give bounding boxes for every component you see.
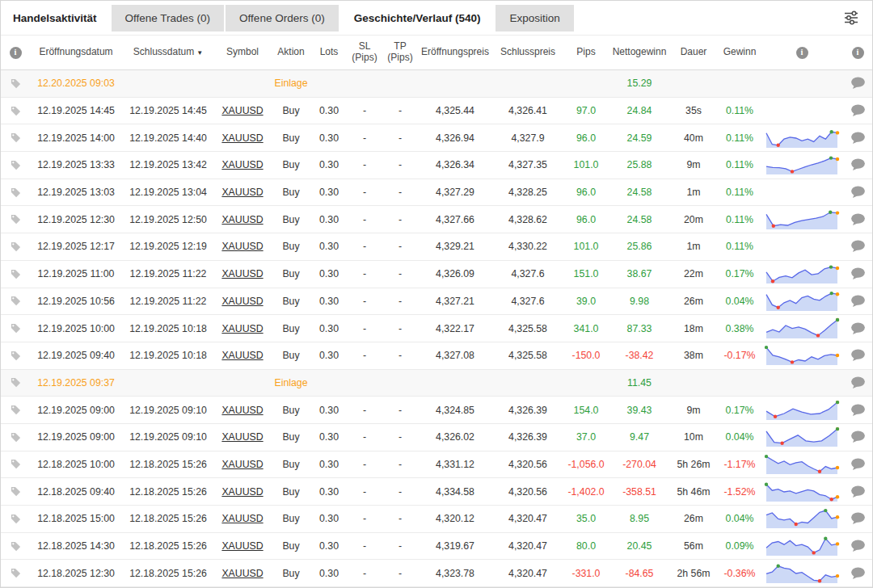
symbol-link[interactable]: XAUUSD <box>221 568 263 579</box>
trade-sparkline[interactable] <box>764 481 840 503</box>
action: Buy <box>271 214 311 225</box>
symbol-link[interactable]: XAUUSD <box>221 132 263 144</box>
comment-icon[interactable] <box>850 132 866 145</box>
trade-sparkline[interactable] <box>764 127 840 149</box>
comment-icon[interactable] <box>850 404 866 417</box>
trade-sparkline[interactable] <box>764 290 840 313</box>
symbol-link[interactable]: XAUUSD <box>221 431 263 443</box>
trade-sparkline[interactable] <box>764 317 840 340</box>
symbol-link[interactable]: XAUUSD <box>221 296 263 307</box>
trade-sparkline[interactable] <box>764 153 840 176</box>
comment-cell <box>841 240 873 253</box>
symbol-link[interactable]: XAUUSD <box>221 214 263 225</box>
symbol-link[interactable]: XAUUSD <box>221 486 263 498</box>
tag-icon[interactable] <box>10 540 22 552</box>
tag-icon[interactable] <box>10 213 22 225</box>
trade-sparkline[interactable] <box>764 535 840 557</box>
tag-icon[interactable] <box>10 78 22 90</box>
tab-offene-orders-0[interactable]: Offene Orders (0) <box>226 5 339 32</box>
tab-offene-trades-0[interactable]: Offene Trades (0) <box>112 5 225 32</box>
tag-icon[interactable] <box>10 458 22 470</box>
tag-icon[interactable] <box>10 241 22 253</box>
comment-icon[interactable] <box>850 240 866 253</box>
open-date: 12.19.2025 11:00 <box>30 268 122 279</box>
column-header-schlussdatum[interactable]: Schlussdatum▼ <box>122 47 214 58</box>
comment-icon[interactable] <box>850 567 866 580</box>
trade-sparkline[interactable] <box>764 262 840 285</box>
column-header-sl[interactable]: SL(Pips) <box>347 41 382 64</box>
comment-icon[interactable] <box>850 295 866 308</box>
tag-icon[interactable] <box>10 159 22 171</box>
trade-sparkline[interactable] <box>764 399 840 422</box>
symbol-link[interactable]: XAUUSD <box>221 323 263 334</box>
comment-icon[interactable] <box>850 322 866 335</box>
pips: -150.0 <box>563 350 609 361</box>
trade-row: 12.19.2025 09:4012.19.2025 10:18XAUUSDBu… <box>1 342 872 370</box>
tab-exposition[interactable]: Exposition <box>496 5 573 32</box>
column-header-er-ffnungsdatum[interactable]: Eröffnungsdatum <box>30 47 122 58</box>
close-date: 12.19.2025 10:18 <box>122 323 214 334</box>
symbol-link[interactable]: XAUUSD <box>221 405 263 416</box>
info-icon[interactable]: i <box>10 47 22 59</box>
tag-icon[interactable] <box>10 268 22 280</box>
filter-settings-button[interactable] <box>841 7 862 28</box>
tag-icon[interactable] <box>10 132 22 144</box>
tag-icon[interactable] <box>10 376 22 388</box>
column-header-dauer[interactable]: Dauer <box>670 47 717 58</box>
trade-sparkline[interactable] <box>764 208 840 231</box>
comment-icon[interactable] <box>850 485 866 498</box>
info-icon[interactable]: i <box>796 47 808 59</box>
symbol-link[interactable]: XAUUSD <box>221 159 263 170</box>
tag-icon[interactable] <box>10 322 22 334</box>
tag-icon[interactable] <box>10 187 22 199</box>
tag-icon[interactable] <box>10 404 22 416</box>
symbol-link[interactable]: XAUUSD <box>221 540 263 552</box>
info-icon[interactable]: i <box>852 47 864 59</box>
column-header-symbol[interactable]: Symbol <box>214 47 271 58</box>
symbol-link[interactable]: XAUUSD <box>221 459 263 470</box>
panel-title-handelsaktivitaet[interactable]: Handelsaktivität <box>1 12 112 24</box>
column-header-lots[interactable]: Lots <box>311 47 347 58</box>
symbol-link[interactable]: XAUUSD <box>221 513 263 524</box>
comment-icon[interactable] <box>850 158 866 171</box>
tag-icon[interactable] <box>10 567 22 579</box>
comment-icon[interactable] <box>850 430 866 443</box>
comment-icon[interactable] <box>850 213 866 226</box>
comment-icon[interactable] <box>850 267 866 280</box>
tag-icon[interactable] <box>10 431 22 443</box>
duration: 26m <box>670 513 717 524</box>
column-header-gewinn[interactable]: Gewinn <box>717 47 762 58</box>
comment-icon[interactable] <box>850 186 866 199</box>
tag-icon[interactable] <box>10 105 22 117</box>
comment-icon[interactable] <box>850 458 866 471</box>
column-header-er-ffnungspreis[interactable]: Eröffnungspreis <box>418 47 492 58</box>
comment-icon[interactable] <box>850 77 866 90</box>
column-header-pips[interactable]: Pips <box>563 47 609 58</box>
column-header-tp[interactable]: TP(Pips) <box>382 41 418 64</box>
trade-sparkline[interactable] <box>764 453 840 476</box>
gain-percent: 0.11% <box>717 159 762 170</box>
symbol-link[interactable]: XAUUSD <box>221 105 263 116</box>
symbol-link[interactable]: XAUUSD <box>221 350 263 361</box>
trade-sparkline[interactable] <box>764 507 840 530</box>
tab-geschichte-verlauf-540[interactable]: Geschichte/Verlauf (540) <box>340 5 495 32</box>
comment-icon[interactable] <box>850 376 866 389</box>
symbol-link[interactable]: XAUUSD <box>221 241 263 252</box>
trade-sparkline[interactable] <box>764 562 840 585</box>
comment-icon[interactable] <box>850 104 866 117</box>
comment-icon[interactable] <box>850 540 866 552</box>
comment-icon[interactable] <box>850 512 866 525</box>
comment-icon[interactable] <box>850 349 866 362</box>
symbol-link[interactable]: XAUUSD <box>221 187 263 198</box>
tag-icon[interactable] <box>10 485 22 498</box>
tag-icon[interactable] <box>10 513 22 525</box>
pips: 35.0 <box>563 513 609 524</box>
trade-sparkline[interactable] <box>764 426 840 448</box>
tag-icon[interactable] <box>10 295 22 307</box>
symbol-link[interactable]: XAUUSD <box>221 268 263 279</box>
column-header-schlusspreis[interactable]: Schlusspreis <box>492 47 563 58</box>
tag-icon[interactable] <box>10 350 22 362</box>
column-header-aktion[interactable]: Aktion <box>271 47 311 58</box>
trade-sparkline[interactable] <box>764 344 840 367</box>
column-header-nettogewinn[interactable]: Nettogewinn <box>609 47 670 58</box>
